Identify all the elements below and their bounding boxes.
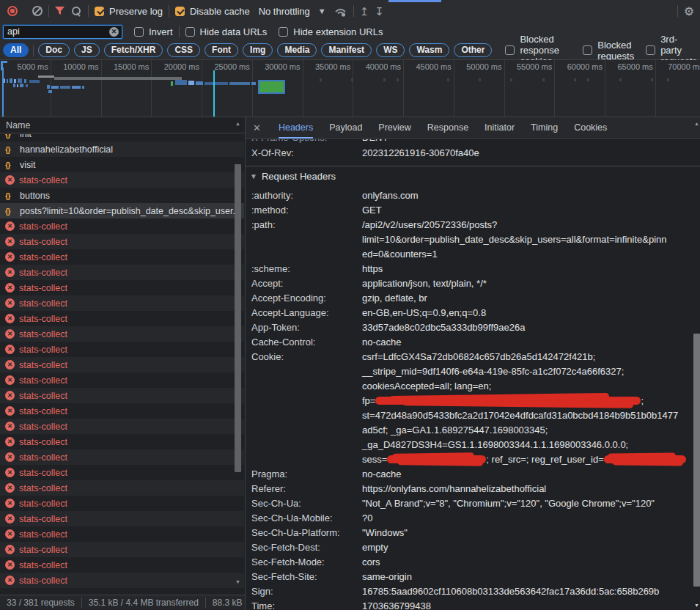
header-name: Sec-Fetch-Dest: xyxy=(246,540,362,555)
disclosure-triangle-icon[interactable]: ▼ xyxy=(250,172,257,180)
tab-cookies[interactable]: Cookies xyxy=(574,117,607,139)
table-row[interactable]: ✕stats-collect xyxy=(0,573,244,588)
network-conditions-icon[interactable] xyxy=(334,6,347,17)
network-overview-timeline[interactable]: 5000 ms10000 ms15000 ms20000 ms25000 ms3… xyxy=(0,60,700,117)
scroll-up-icon[interactable]: ▲ xyxy=(234,121,242,126)
name-column-header[interactable]: Name xyxy=(0,117,245,133)
checkbox-unchecked[interactable] xyxy=(583,45,592,55)
filter-pill-media[interactable]: Media xyxy=(277,43,317,57)
clear-filter-icon[interactable]: ✕ xyxy=(109,27,119,37)
scroll-up-icon[interactable]: ▲ xyxy=(693,121,700,126)
table-row[interactable]: ✕stats-collect xyxy=(0,511,244,526)
preserve-log-checkbox[interactable]: Preserve log xyxy=(95,6,163,17)
invert-checkbox[interactable]: Invert xyxy=(134,26,173,37)
close-icon[interactable]: ✕ xyxy=(253,122,261,133)
hide-extension-urls-checkbox[interactable]: Hide extension URLs xyxy=(279,26,383,37)
checkbox-unchecked[interactable] xyxy=(185,27,195,37)
filter-pill-css[interactable]: CSS xyxy=(167,43,200,57)
filter-pill-js[interactable]: JS xyxy=(74,43,100,57)
requests-scrollbar[interactable]: ▲ ▼ xyxy=(234,117,242,595)
search-icon[interactable] xyxy=(71,6,82,17)
table-row[interactable]: ✕stats-collect xyxy=(0,542,244,557)
table-row[interactable]: ✕stats-collect xyxy=(0,234,244,249)
table-row[interactable]: ✕stats-collect xyxy=(0,465,244,480)
scroll-down-icon[interactable]: ▼ xyxy=(234,579,242,584)
blocked-requests-checkbox[interactable]: Blocked requests xyxy=(583,40,634,62)
timeline-gridline xyxy=(202,60,202,117)
settings-gear-icon[interactable]: ⚙ xyxy=(684,4,694,18)
invert-label: Invert xyxy=(149,26,173,37)
details-scrollbar[interactable]: ▲ ▼ xyxy=(693,117,700,610)
checkbox-unchecked[interactable] xyxy=(505,45,515,55)
table-row[interactable]: {}posts?limit=10&order=publish_date_desc… xyxy=(0,203,244,218)
error-icon: ✕ xyxy=(5,283,15,293)
table-row[interactable]: ✕stats-collect xyxy=(0,326,244,342)
table-row[interactable]: ✕stats-collect xyxy=(0,249,244,265)
clear-network-log-icon[interactable] xyxy=(32,6,43,16)
timeline-faint-tick xyxy=(447,78,449,81)
waterfall-bar xyxy=(26,84,28,87)
filter-pill-all[interactable]: All xyxy=(3,43,29,57)
scroll-down-icon[interactable]: ▼ xyxy=(693,603,700,608)
checkbox-unchecked[interactable] xyxy=(279,27,288,37)
scrollbar-thumb[interactable] xyxy=(693,334,700,587)
table-row[interactable]: {}init xyxy=(0,134,244,142)
tab-initiator[interactable]: Initiator xyxy=(485,117,515,139)
filter-pill-img[interactable]: Img xyxy=(243,43,273,57)
export-har-icon[interactable]: ↧ xyxy=(375,6,384,17)
table-row[interactable]: ✕stats-collect xyxy=(0,388,244,403)
filter-icon[interactable] xyxy=(55,7,65,15)
table-row[interactable]: ✕stats-collect xyxy=(0,434,244,449)
checkbox-checked[interactable] xyxy=(95,7,104,16)
table-row[interactable]: ✕stats-collect xyxy=(0,372,244,388)
filter-pill-fetch-xhr[interactable]: Fetch/XHR xyxy=(104,43,163,57)
import-har-icon[interactable]: ↥ xyxy=(360,6,369,17)
hide-data-urls-checkbox[interactable]: Hide data URLs xyxy=(185,26,268,37)
table-row[interactable]: {}hannahelizabethofficial xyxy=(0,142,244,157)
checkbox-unchecked[interactable] xyxy=(646,45,655,55)
table-row[interactable]: ✕stats-collect xyxy=(0,449,244,465)
filter-input[interactable] xyxy=(3,25,122,39)
header-value: no-cache xyxy=(362,467,700,482)
table-row[interactable]: ✕stats-collect xyxy=(0,342,244,357)
filter-pill-ws[interactable]: WS xyxy=(376,43,405,57)
table-row[interactable]: ✕stats-collect xyxy=(0,526,244,542)
request-name: init xyxy=(20,134,32,139)
throttling-select[interactable]: No throttling ▼ xyxy=(259,6,326,17)
header-name: :path: xyxy=(246,218,362,262)
filter-pill-other[interactable]: Other xyxy=(454,43,492,57)
table-row[interactable]: ✕stats-collect xyxy=(0,419,244,434)
table-row[interactable]: ✕stats-collect xyxy=(0,357,244,372)
filter-pill-font[interactable]: Font xyxy=(205,43,238,57)
timeline-tick-label: 35000 ms xyxy=(315,62,350,71)
timeline-faint-tick xyxy=(397,78,399,81)
filter-pill-manifest[interactable]: Manifest xyxy=(321,43,372,57)
table-row[interactable]: ✕stats-collect xyxy=(0,265,244,280)
table-row[interactable]: ✕stats-collect xyxy=(0,403,244,419)
table-row[interactable]: ✕stats-collect xyxy=(0,311,244,326)
table-row[interactable]: {}visit xyxy=(0,157,244,172)
tab-payload[interactable]: Payload xyxy=(329,117,362,139)
table-row[interactable]: ✕stats-collect xyxy=(0,295,244,311)
table-row[interactable]: ✕stats-collect xyxy=(0,218,244,234)
filter-pill-doc[interactable]: Doc xyxy=(38,43,70,57)
disable-cache-checkbox[interactable]: Disable cache xyxy=(175,6,250,17)
request-headers-section[interactable]: ▼ Request Headers xyxy=(246,166,700,185)
table-row[interactable]: ✕stats-collect xyxy=(0,557,244,573)
table-row[interactable]: {}buttons xyxy=(0,188,244,203)
tab-response[interactable]: Response xyxy=(427,117,468,139)
table-row[interactable]: ✕stats-collect xyxy=(0,172,244,188)
table-row[interactable]: ✕stats-collect xyxy=(0,496,244,511)
tab-timing[interactable]: Timing xyxy=(531,117,558,139)
tab-headers[interactable]: Headers xyxy=(279,117,313,139)
filter-pill-wasm[interactable]: Wasm xyxy=(409,43,449,57)
checkbox-checked[interactable] xyxy=(175,7,185,16)
table-row[interactable]: ✕stats-collect xyxy=(0,480,244,496)
record-network-log-icon[interactable] xyxy=(7,6,18,16)
header-row: Sign:16785:5aad9602cf110608b03133de56364… xyxy=(246,584,700,599)
checkbox-unchecked[interactable] xyxy=(134,27,144,37)
header-name: Cache-Control: xyxy=(246,335,362,350)
scrollbar-thumb[interactable] xyxy=(235,164,241,472)
tab-preview[interactable]: Preview xyxy=(378,117,410,139)
table-row[interactable]: ✕stats-collect xyxy=(0,280,244,295)
